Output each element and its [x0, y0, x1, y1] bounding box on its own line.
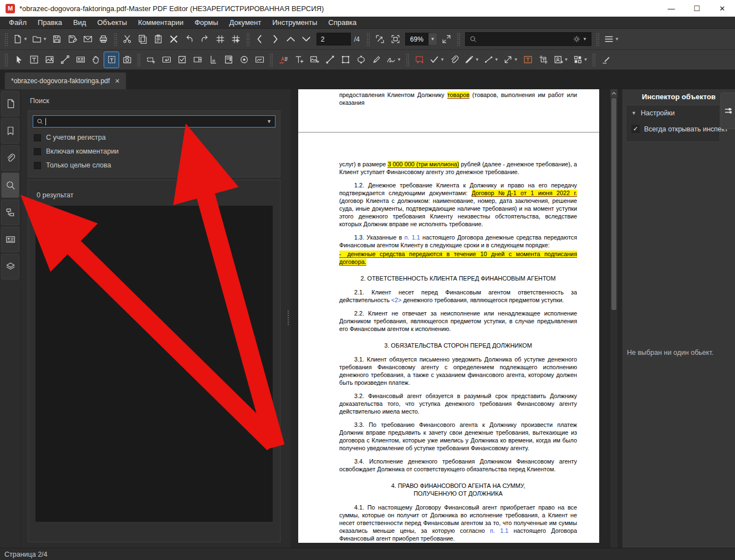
checkbox-checked-icon[interactable]: ✓	[631, 125, 640, 133]
sidebar-attachment-button[interactable]	[1, 145, 19, 171]
pencil-tool-button[interactable]	[369, 52, 384, 68]
enter-key-button[interactable]	[159, 52, 173, 68]
doc-fields-button[interactable]	[221, 52, 236, 68]
search-input[interactable]: ▼	[33, 115, 275, 128]
snapshot-button[interactable]	[120, 52, 134, 68]
save-as-button[interactable]	[65, 32, 80, 47]
page-up-button[interactable]	[284, 32, 298, 47]
search-option-2[interactable]: Включая комментарии	[33, 147, 275, 155]
dropdown-arrow-icon[interactable]: ▼	[494, 57, 499, 62]
search-option-1[interactable]: С учетом регистра	[33, 134, 275, 141]
reference-link[interactable]: п. 1.1	[490, 527, 508, 534]
close-button[interactable]: ✕	[710, 0, 735, 17]
copy-button[interactable]	[136, 32, 150, 47]
scroll-up-button[interactable]	[610, 89, 617, 98]
fit-width-button[interactable]	[373, 32, 387, 47]
edit-object-button[interactable]	[104, 52, 119, 68]
search-options-dropdown-icon[interactable]: ▼	[583, 37, 587, 42]
eraser-pen-button[interactable]	[599, 52, 613, 68]
save-button[interactable]	[50, 32, 64, 47]
sidebar-form-card-button[interactable]	[1, 227, 19, 252]
page-down-button[interactable]	[299, 32, 314, 47]
menu-item-9[interactable]: Справка	[323, 17, 362, 28]
dropdown-arrow-icon[interactable]: ▼	[514, 57, 518, 62]
hand-tool-button[interactable]	[89, 52, 103, 68]
select-tool-button[interactable]	[11, 52, 25, 68]
delete-button[interactable]	[167, 32, 181, 47]
redo-button[interactable]	[198, 32, 212, 47]
menu-button[interactable]: ▼	[603, 32, 621, 47]
note-red-button[interactable]	[412, 52, 427, 68]
inspector-checkbox-row[interactable]: ✓ Всегда открывать инспект	[631, 125, 719, 133]
form-card-button[interactable]	[73, 52, 88, 68]
dropdown-arrow-icon[interactable]: ▼	[43, 37, 47, 42]
new-document-button[interactable]: ▼	[11, 32, 29, 47]
sidebar-bookmark-button[interactable]	[1, 118, 19, 144]
highlight-text-button[interactable]	[276, 52, 290, 68]
signature-button[interactable]: ▼	[385, 52, 403, 68]
maximize-button[interactable]: ☐	[684, 0, 710, 17]
arrow-annot-button[interactable]: ▼	[502, 52, 520, 68]
add-image-button[interactable]	[307, 52, 321, 68]
polyline-annot-button[interactable]: ▼	[482, 52, 501, 68]
search-option-3[interactable]: Только целые слова	[33, 161, 275, 169]
sidebar-outline-button[interactable]	[1, 200, 19, 225]
checkbox-unchecked-icon[interactable]	[34, 162, 41, 169]
menu-item-8[interactable]: Инструменты	[267, 17, 323, 28]
crop-text-button[interactable]	[537, 52, 551, 68]
menu-item-2[interactable]: Правка	[32, 17, 68, 28]
checkbox-unchecked-icon[interactable]	[34, 134, 41, 141]
edit-path-button[interactable]	[58, 52, 72, 68]
panel-splitter[interactable]	[286, 89, 290, 548]
attach-annot-button[interactable]	[447, 52, 462, 68]
sidebar-search-button[interactable]	[1, 172, 19, 198]
dropdown-arrow-icon[interactable]: ▼	[23, 37, 28, 42]
dropdown-arrow-icon[interactable]: ▼	[584, 57, 588, 62]
inspector-toggle-handle[interactable]	[721, 93, 735, 129]
marker-annot-button[interactable]: ▼	[463, 52, 481, 68]
stamp-person-button[interactable]: ▼	[552, 52, 570, 68]
search-history-dropdown-icon[interactable]: ▼	[267, 119, 272, 124]
ellipse-tool-button[interactable]	[354, 52, 368, 68]
form-field-add-button[interactable]	[144, 52, 158, 68]
open-folder-button[interactable]: ▼	[30, 32, 49, 47]
menu-item-1[interactable]: Файл	[3, 17, 32, 28]
undo-button[interactable]	[182, 32, 197, 47]
document-tab[interactable]: *obrazec-dogovora-faktoringa.pdf ✕	[4, 72, 126, 89]
dropdown-arrow-icon[interactable]: ▼	[440, 57, 445, 62]
inspector-settings-header[interactable]: ▼ Настройки	[631, 109, 719, 117]
menu-item-3[interactable]: Вид	[68, 17, 92, 28]
cut-button[interactable]	[120, 32, 135, 47]
tab-close-icon[interactable]: ✕	[115, 78, 120, 85]
email-button[interactable]	[81, 32, 95, 47]
zoom-select[interactable]: 69%▼	[405, 33, 437, 45]
scrollbar-thumb[interactable]	[611, 98, 616, 310]
edit-image-button[interactable]	[42, 52, 57, 68]
snap-grid-button[interactable]	[229, 32, 243, 47]
checkbox-unchecked-icon[interactable]	[34, 148, 41, 155]
rectangle-tool-button[interactable]	[338, 52, 353, 68]
grid-button[interactable]	[213, 32, 228, 47]
menu-item-5[interactable]: Комментарии	[132, 17, 189, 28]
dropdown-arrow-icon[interactable]: ▼	[475, 57, 479, 62]
signature-field-button[interactable]	[252, 52, 267, 68]
toolbar-search-input[interactable]: ▼	[465, 32, 591, 46]
document-scrollbar[interactable]	[610, 89, 617, 548]
prev-page-button[interactable]	[253, 32, 267, 47]
menu-item-4[interactable]: Объекты	[91, 17, 132, 28]
checkbox-field-button[interactable]	[175, 52, 189, 68]
textbox-orange-button[interactable]	[521, 52, 535, 68]
list-bracket-button[interactable]	[206, 52, 220, 68]
sidebar-pages-button[interactable]	[1, 91, 19, 116]
sidebar-layers-button[interactable]	[1, 254, 19, 279]
dropdown-arrow-icon[interactable]: ▼	[615, 37, 619, 42]
edit-text-button[interactable]	[27, 52, 41, 68]
pdf-page[interactable]: предоставления Клиентом Должнику товаров…	[298, 89, 599, 543]
reference-link[interactable]: п. 1.1	[405, 234, 420, 241]
minimize-button[interactable]: —	[659, 0, 684, 17]
dropdown-arrow-icon[interactable]: ▼	[564, 57, 569, 62]
menu-item-6[interactable]: Формы	[189, 17, 224, 28]
add-text-button[interactable]	[292, 52, 306, 68]
next-page-button[interactable]	[268, 32, 283, 47]
combo-field-button[interactable]	[190, 52, 205, 68]
